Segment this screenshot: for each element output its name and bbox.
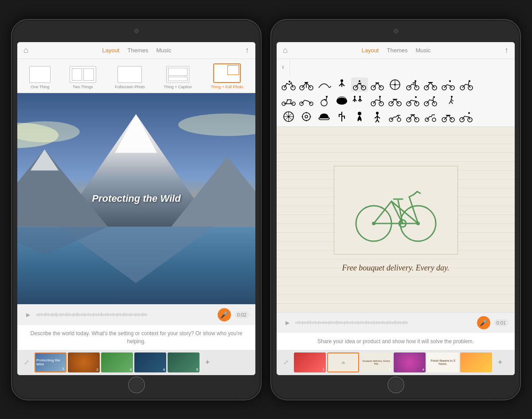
clipart-bike-6[interactable] <box>440 110 457 124</box>
clipart-person-1[interactable] <box>351 110 368 124</box>
clipart-cyclist-2[interactable] <box>404 78 421 92</box>
wave-seg <box>69 313 70 316</box>
layout-option-full-photo[interactable]: Thing + Full Photo <box>211 63 243 89</box>
wave-seg <box>399 321 400 324</box>
right-expand-button[interactable]: ⤢ <box>279 356 293 369</box>
left-mic-button[interactable]: 🎤 <box>218 308 231 321</box>
layout-option-two-things[interactable]: Two Things <box>70 66 96 89</box>
clipart-runner-1[interactable] <box>440 94 457 108</box>
left-thumb-1[interactable]: Protecting the Wild 1 <box>35 352 66 372</box>
right-thumb-num-2: 2 <box>355 367 357 371</box>
right-thumb-5[interactable]: Fresh flowers in 3 hours. 5 <box>427 352 459 372</box>
clipart-gear-1[interactable] <box>298 110 315 124</box>
wave-seg <box>325 321 325 324</box>
clipart-unicycle-1[interactable] <box>316 94 332 108</box>
clipart-bike-4[interactable] <box>387 94 403 108</box>
right-thumb-1[interactable]: 1 <box>294 352 326 372</box>
right-thumb-2[interactable]: 🚲 2 <box>327 352 359 372</box>
layout-option-caption[interactable]: Thing + Caption <box>164 66 192 89</box>
clipart-arc-1[interactable] <box>316 78 332 92</box>
wave-seg <box>61 313 62 316</box>
clipart-scooter-2[interactable] <box>422 110 439 124</box>
layout-option-one-thing[interactable]: One Thing <box>29 66 51 89</box>
thumb-sunset-bg <box>134 352 166 372</box>
left-tab-music[interactable]: Music <box>156 47 171 54</box>
right-thumb-3[interactable]: bouquet delivery. Every day. 3 <box>360 352 392 372</box>
wave-seg <box>321 321 321 324</box>
wave-seg <box>85 313 86 316</box>
right-play-button[interactable]: ▶ <box>283 318 292 327</box>
right-tab-music[interactable]: Music <box>415 47 430 54</box>
right-thumb-num-5: 5 <box>456 368 458 372</box>
clipart-cactus-1[interactable] <box>333 110 350 124</box>
clipart-wheel-1[interactable] <box>387 78 403 92</box>
clipart-helmet-1[interactable] <box>333 94 350 108</box>
left-thumb-4[interactable]: 4 <box>134 352 166 372</box>
right-tab-layout[interactable]: Layout <box>361 47 379 54</box>
left-home-icon[interactable]: ⌂ <box>23 46 28 55</box>
wave-seg <box>80 314 81 316</box>
left-add-slide-button[interactable]: + <box>201 356 214 369</box>
right-tab-themes[interactable]: Themes <box>387 47 408 54</box>
left-expand-button[interactable]: ⤢ <box>20 356 33 369</box>
clipart-bike-5[interactable] <box>404 110 421 124</box>
clipart-panel: ‹ <box>277 59 515 127</box>
clipart-cyclist-3[interactable] <box>440 78 457 92</box>
clipart-scooter-1[interactable] <box>387 110 403 124</box>
svg-line-145 <box>374 201 391 223</box>
clipart-header: ‹ <box>277 59 515 75</box>
clipart-bike-2[interactable] <box>369 78 386 92</box>
left-layout-panel: One Thing Two Things Fullscreen Photo <box>17 59 255 93</box>
clipart-helmet-2[interactable] <box>316 110 332 124</box>
clipart-cyclist-5[interactable] <box>369 94 386 108</box>
thumb-num-4: 4 <box>163 368 165 372</box>
clipart-cyclist-4[interactable] <box>458 78 474 92</box>
clipart-cyclist-6[interactable] <box>404 94 421 108</box>
left-tab-layout[interactable]: Layout <box>102 47 119 54</box>
right-thumb-num-1: 1 <box>323 368 325 372</box>
wave-seg <box>125 313 126 316</box>
svg-line-122 <box>377 120 379 122</box>
clipart-group-1[interactable] <box>351 94 368 108</box>
left-play-button[interactable]: ▶ <box>23 310 32 319</box>
wave-seg <box>382 321 383 324</box>
right-share-icon[interactable]: ↑ <box>505 46 509 55</box>
left-thumb-3[interactable]: 3 <box>101 352 133 372</box>
wave-seg <box>40 313 41 316</box>
wave-seg <box>374 321 375 325</box>
clipart-cyclist-1[interactable] <box>280 78 297 92</box>
clipart-tandem-1[interactable] <box>280 94 297 108</box>
clipart-bike-3[interactable] <box>422 78 439 92</box>
clipart-cyclist-8[interactable] <box>458 110 474 124</box>
clipart-bike-1[interactable] <box>298 78 315 92</box>
layout-option-fullscreen[interactable]: Fullscreen Photo <box>115 66 145 89</box>
left-share-icon[interactable]: ↑ <box>245 46 249 55</box>
wave-seg <box>311 322 312 324</box>
wave-seg <box>82 313 83 316</box>
left-ipad: ⌂ Layout Themes Music ↑ One Thing <box>11 19 262 400</box>
wave-seg <box>343 322 344 324</box>
clipart-wheel-2[interactable] <box>280 110 297 124</box>
wave-seg <box>37 313 38 316</box>
right-thumb-6[interactable] <box>460 352 492 372</box>
left-tab-themes[interactable]: Themes <box>128 47 149 54</box>
thumb-text-bg: Fresh flowers in 3 hours. <box>427 352 459 372</box>
wave-seg <box>340 321 341 324</box>
clipart-back-button[interactable]: ‹ <box>277 59 290 75</box>
thumb-flowers2-bg <box>460 352 492 372</box>
left-thumb-2[interactable]: 2 <box>68 352 100 372</box>
right-add-slide-button[interactable]: + <box>493 356 507 369</box>
right-thumb-4[interactable]: 4 <box>394 352 426 372</box>
right-screen: ⌂ Layout Themes Music ↑ ‹ <box>277 42 515 375</box>
right-mic-button[interactable]: 🎤 <box>477 316 490 329</box>
clipart-bike-selected[interactable] <box>351 78 368 92</box>
thumb-light-bg: bouquet delivery. Every day. <box>360 352 392 372</box>
svg-line-66 <box>290 100 291 104</box>
left-thumb-5[interactable]: 5 <box>168 352 200 372</box>
clipart-figure-1[interactable] <box>333 78 350 92</box>
right-home-icon[interactable]: ⌂ <box>283 46 288 55</box>
clipart-cyclist-7[interactable] <box>422 94 439 108</box>
clipart-person-2[interactable] <box>369 110 386 124</box>
right-nav-bar: ⌂ Layout Themes Music ↑ <box>277 42 515 59</box>
clipart-tandem-2[interactable] <box>298 94 315 108</box>
